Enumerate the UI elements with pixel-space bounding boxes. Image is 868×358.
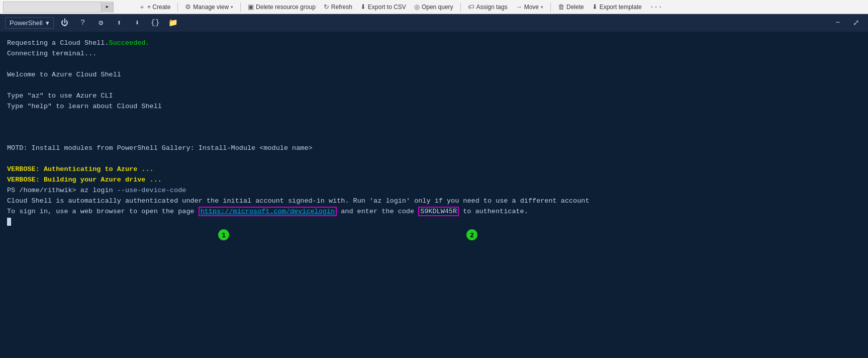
divider2 [240,3,241,12]
terminal-line-blank1 [7,59,861,70]
manage-view-icon: ⚙ [185,3,191,11]
terminal-line-2: Connecting terminal... [7,49,861,59]
minimize-button[interactable]: − [831,16,845,30]
azure-toolbar: ▶ ＋ + Create ⚙ Manage view ▾ ▣ Delete re… [0,0,868,14]
terminal-motd: MOTD: Install modules from PowerShell Ga… [7,143,861,154]
terminal-info1: Cloud Shell is automatically authenticat… [7,196,861,207]
open-query-label: Open query [422,4,453,11]
create-label: + Create [147,4,170,11]
power-button[interactable]: ⏻ [58,16,72,30]
info2-mid: and enter the code [337,208,418,215]
move-icon: → [516,3,522,11]
assign-tags-button[interactable]: 🏷 Assign tags [465,1,511,13]
shell-type-label: PowerShell [10,19,43,27]
breadcrumb-nav: ▶ [3,2,114,13]
nav-arrow[interactable]: ▶ [101,2,113,13]
terminal-line-blank2 [7,80,861,91]
manage-view-button[interactable]: ⚙ Manage view ▾ [182,1,236,13]
terminal[interactable]: Requesting a Cloud Shell.Succeeded. Conn… [0,32,868,358]
cmd-az: az login [80,187,117,194]
device-login-url[interactable]: https://microsoft.com/devicelogin [199,207,337,216]
open-query-icon: ◎ [414,3,420,11]
terminal-line-blank3 [7,112,861,122]
divider1 [177,3,178,12]
prompt-text: PS /home/rithwik> [7,187,80,194]
files-button[interactable]: 📁 [166,16,180,30]
maximize-button[interactable]: ⤢ [849,16,863,30]
terminal-line-1: Requesting a Cloud Shell.Succeeded. [7,38,861,49]
terminal-line-welcome: Welcome to Azure Cloud Shell [7,70,861,80]
terminal-verbose1: VERBOSE: Authenticating to Azure ... [7,164,861,175]
help-button[interactable]: ? [76,16,90,30]
terminal-line-az: Type "az" to use Azure CLI [7,91,861,102]
manage-view-label: Manage view [193,4,229,11]
cursor [7,218,11,226]
annotation-2: 2 [466,229,477,240]
export-template-icon: ⬇ [592,3,598,11]
more-button[interactable]: ··· [647,2,665,12]
device-code: S9KDLW45R [418,207,459,216]
delete-icon: 🗑 [558,3,564,11]
open-query-button[interactable]: ◎ Open query [411,1,456,13]
delete-label: Delete [566,4,584,11]
terminal-line-blank6 [7,154,861,164]
export-csv-label: Export to CSV [368,4,406,11]
shell-toolbar: PowerShell ▾ ⏻ ? ⚙ ⬆ ⬇ {} 📁 − ⤢ [0,14,868,32]
upload-button[interactable]: ⬆ [112,16,126,30]
shell-type-chevron: ▾ [46,19,49,27]
annotation-circle-2: 2 [466,229,477,240]
info2-suffix: to authenticate. [459,208,528,215]
export-template-label: Export template [600,4,642,11]
create-button[interactable]: ＋ + Create [136,1,173,13]
shell-type-selector[interactable]: PowerShell ▾ [5,17,54,29]
terminal-info2: To sign in, use a web browser to open th… [7,207,861,217]
terminal-prompt-line: PS /home/rithwik> az login --use-device-… [7,186,861,196]
move-button[interactable]: → Move ▾ [513,1,546,13]
refresh-button[interactable]: ↻ Refresh [321,1,355,13]
terminal-line-help: Type "help" to learn about Cloud Shell [7,102,861,112]
terminal-cursor-line [7,217,861,228]
cmd-args: --use-device-code [117,187,186,194]
export-template-button[interactable]: ⬇ Export template [589,1,645,13]
annotation-circle-1: 1 [218,229,229,240]
terminal-line-blank5 [7,133,861,143]
create-icon: ＋ [139,3,145,12]
export-csv-button[interactable]: ⬇ Export to CSV [357,1,409,13]
assign-tags-label: Assign tags [476,4,508,11]
succeeded-text: Succeeded. [109,39,150,47]
divider4 [550,3,551,12]
toolbar-left: ▶ [3,2,134,13]
requesting-text: Requesting a Cloud Shell. [7,39,109,47]
refresh-icon: ↻ [324,3,329,11]
assign-tags-icon: 🏷 [468,3,474,11]
move-label: Move [524,4,539,11]
divider3 [460,3,461,12]
page-container: ▶ ＋ + Create ⚙ Manage view ▾ ▣ Delete re… [0,0,868,358]
terminal-line-blank4 [7,122,861,133]
delete-button[interactable]: 🗑 Delete [555,1,587,13]
code-editor-button[interactable]: {} [148,16,162,30]
delete-rg-icon: ▣ [248,3,254,11]
move-chevron: ▾ [541,5,543,10]
download-button[interactable]: ⬇ [130,16,144,30]
export-csv-icon: ⬇ [360,3,366,11]
delete-rg-label: Delete resource group [256,4,316,11]
annotation-1: 1 [218,229,229,240]
terminal-verbose2: VERBOSE: Building your Azure drive ... [7,175,861,186]
refresh-label: Refresh [331,4,352,11]
settings-button[interactable]: ⚙ [94,16,108,30]
info2-prefix: To sign in, use a web browser to open th… [7,208,199,215]
delete-resource-group-button[interactable]: ▣ Delete resource group [245,1,319,13]
manage-view-chevron: ▾ [231,5,233,10]
